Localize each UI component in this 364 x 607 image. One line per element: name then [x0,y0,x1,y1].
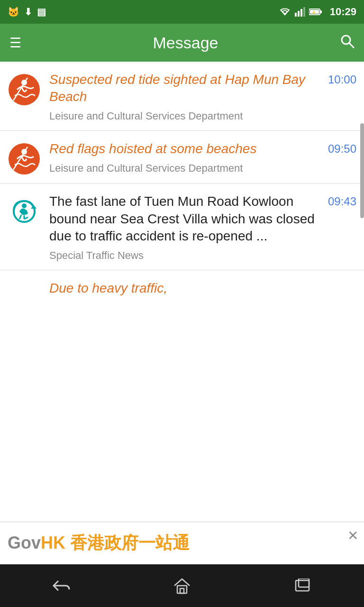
nav-bar [0,564,364,607]
message-item-3[interactable]: The fast lane of Tuen Mun Road Kowloon b… [0,184,364,270]
message-source-2: Leisure and Cultural Services Department [49,162,323,175]
message-source-3: Special Traffic News [49,249,323,263]
svg-rect-2 [300,9,302,17]
message-time-3: 09:43 [328,195,356,208]
menu-button[interactable]: ☰ [9,35,21,51]
svg-point-13 [9,143,40,175]
wifi-icon [279,7,291,17]
status-left-icons: 🐱 ⬇ ▤ [8,6,46,18]
avatar-1 [8,73,41,106]
svg-rect-3 [303,7,305,17]
govhk-orange-text: HK 香港政府一站通 [41,533,190,552]
svg-rect-0 [295,13,297,17]
svg-rect-5 [320,10,322,13]
ad-banner: GovHK 香港政府一站通 ✕ [0,522,364,564]
message-time-2: 09:50 [328,142,356,156]
app1-icon: 🐱 [8,6,19,18]
barcode-icon: ▤ [37,6,46,18]
message-item-2[interactable]: Red flags hoisted at some beaches Leisur… [0,131,364,184]
message-content-3: The fast lane of Tuen Mun Road Kowloon b… [49,193,323,262]
status-time: 10:29 [330,6,356,18]
svg-rect-23 [299,579,309,587]
message-content-1: Suspected red tide sighted at Hap Mun Ba… [49,71,323,123]
message-list: Suspected red tide sighted at Hap Mun Ba… [0,62,364,522]
svg-rect-22 [296,580,309,591]
nav-recent-button[interactable] [284,571,322,600]
nav-home-button[interactable] [163,571,201,600]
message-title-3: The fast lane of Tuen Mun Road Kowloon b… [49,193,323,245]
ad-close-button[interactable]: ✕ [347,528,358,543]
svg-point-18 [22,203,27,208]
download-icon: ⬇ [24,6,32,18]
message-item-1[interactable]: Suspected red tide sighted at Hap Mun Ba… [0,62,364,131]
message-content-4: Due to heavy traffic, [49,280,356,301]
svg-text:⚡: ⚡ [311,10,316,15]
message-time-1: 10:00 [328,73,356,86]
message-item-4[interactable]: Due to heavy traffic, [0,270,364,322]
svg-rect-21 [180,589,184,593]
svg-point-8 [342,36,350,44]
battery-icon: ⚡ [309,8,322,16]
govhk-logo: GovHK 香港政府一站通 [8,532,190,555]
avatar-3 [8,195,41,228]
status-bar: 🐱 ⬇ ▤ ⚡ 10:29 [0,0,364,24]
svg-rect-20 [177,586,187,593]
nav-back-button[interactable] [42,571,80,600]
message-title-1: Suspected red tide sighted at Hap Mun Ba… [49,71,323,106]
message-source-1: Leisure and Cultural Services Department [49,110,323,123]
signal-icon [295,7,305,17]
app-title: Message [31,34,340,52]
message-title-2: Red flags hoisted at some beaches [49,140,323,157]
svg-line-9 [349,43,354,48]
svg-rect-1 [298,11,300,17]
avatar-4 [8,282,41,315]
message-content-2: Red flags hoisted at some beaches Leisur… [49,140,323,175]
search-button[interactable] [340,34,355,52]
scroll-indicator [360,123,364,218]
svg-point-10 [9,74,40,105]
govhk-grey-text: Gov [8,533,41,552]
app-bar: ☰ Message [0,24,364,62]
status-right-icons: ⚡ 10:29 [279,6,356,18]
avatar-2 [8,142,41,175]
message-title-4: Due to heavy traffic, [49,280,356,297]
